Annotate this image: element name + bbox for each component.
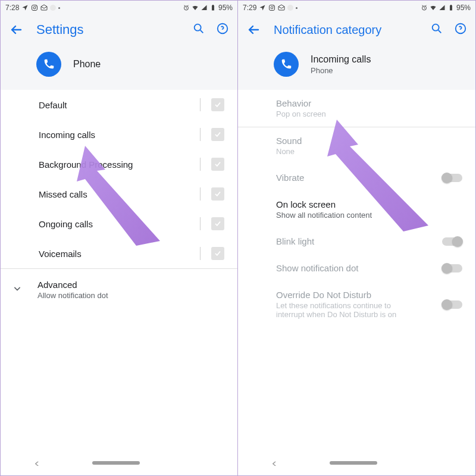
- alarm-icon: [183, 4, 190, 11]
- checkbox-icon[interactable]: [211, 247, 224, 260]
- notification-dot-icon: [50, 5, 56, 11]
- status-bar: 7:28 95%: [1, 1, 237, 15]
- setting-notification-dot[interactable]: Show notification dot: [238, 255, 475, 281]
- location-icon: [21, 4, 29, 11]
- chevron-down-icon: [11, 283, 26, 297]
- setting-lock-screen[interactable]: On lock screenShow all notification cont…: [238, 191, 475, 228]
- categories-list: Default Incoming calls Background Proces…: [1, 90, 237, 311]
- mail-icon: [40, 4, 48, 11]
- more-dot-icon: [296, 7, 298, 9]
- app-name: Phone: [73, 59, 101, 70]
- checkbox-icon[interactable]: [211, 128, 224, 141]
- svg-rect-13: [450, 5, 452, 5]
- advanced-sub: Allow notification dot: [37, 291, 108, 300]
- svg-point-9: [271, 7, 273, 9]
- settings-screen: 7:28 95% Settings: [1, 1, 238, 475]
- setting-blink-light[interactable]: Blink light: [238, 228, 475, 255]
- checkbox-icon[interactable]: [211, 98, 224, 111]
- advanced-section[interactable]: Advanced Allow notification dot: [1, 269, 237, 311]
- notification-dot-icon: [287, 5, 293, 11]
- category-default[interactable]: Default: [1, 90, 237, 120]
- wifi-icon: [192, 4, 199, 11]
- toggle-vibrate[interactable]: [442, 174, 462, 182]
- status-time: 7:28: [5, 4, 19, 12]
- svg-point-14: [433, 24, 439, 31]
- svg-point-1: [33, 7, 36, 9]
- phone-app-icon: [36, 52, 61, 77]
- phone-app-icon: [274, 52, 299, 77]
- app-bar: Settings Phone: [1, 15, 237, 90]
- more-dot-icon: [58, 7, 60, 9]
- svg-point-2: [36, 6, 36, 7]
- svg-rect-4: [212, 5, 214, 11]
- back-button[interactable]: [246, 23, 263, 37]
- svg-point-10: [273, 6, 274, 7]
- page-title: Notification category: [263, 23, 430, 37]
- toggle-blink[interactable]: [442, 237, 462, 246]
- checkbox-icon[interactable]: [211, 187, 224, 201]
- nav-home[interactable]: [330, 461, 377, 465]
- advanced-label: Advanced: [37, 280, 108, 290]
- category-incoming-calls[interactable]: Incoming calls: [1, 120, 237, 149]
- battery-icon: [447, 4, 455, 11]
- location-icon: [259, 4, 266, 11]
- nav-back[interactable]: ‹: [35, 457, 39, 469]
- battery-percent: 95%: [218, 4, 233, 12]
- wifi-icon: [430, 4, 437, 11]
- category-voicemails[interactable]: Voicemails: [1, 239, 237, 268]
- category-missed-calls[interactable]: Missed calls: [1, 179, 237, 209]
- signal-icon: [439, 4, 446, 11]
- checkbox-icon[interactable]: [211, 158, 224, 171]
- category-ongoing-calls[interactable]: Ongoing calls: [1, 209, 237, 239]
- status-time: 7:29: [243, 4, 256, 12]
- help-button[interactable]: [454, 22, 467, 37]
- signal-icon: [201, 4, 208, 11]
- svg-point-6: [195, 24, 201, 31]
- category-name: Incoming calls: [311, 54, 371, 65]
- notification-category-screen: 7:29 95% Notification category: [238, 1, 475, 475]
- status-bar: 7:29 95%: [238, 1, 475, 15]
- nav-home[interactable]: [92, 461, 140, 465]
- nav-bar: ‹ ▢: [1, 453, 237, 473]
- category-app: Phone: [311, 66, 371, 75]
- battery-icon: [209, 4, 217, 11]
- back-button[interactable]: [9, 23, 26, 37]
- instagram-icon: [31, 4, 38, 11]
- toggle-dnd[interactable]: [442, 300, 462, 309]
- checkbox-icon[interactable]: [211, 217, 224, 230]
- setting-behavior[interactable]: BehaviorPop on screen: [238, 90, 475, 127]
- settings-list: BehaviorPop on screen SoundNone Vibrate …: [238, 90, 475, 327]
- help-button[interactable]: [216, 22, 229, 37]
- page-title: Settings: [26, 22, 192, 37]
- nav-bar: ‹ ▢: [238, 453, 475, 473]
- nav-back[interactable]: ‹: [272, 457, 277, 469]
- setting-vibrate[interactable]: Vibrate: [238, 164, 475, 191]
- setting-override-dnd[interactable]: Override Do Not DisturbLet these notific…: [238, 281, 475, 327]
- category-background-processing[interactable]: Background Processing: [1, 149, 237, 179]
- search-button[interactable]: [192, 22, 205, 37]
- toggle-dot[interactable]: [442, 264, 462, 273]
- svg-rect-12: [450, 5, 452, 11]
- svg-rect-5: [212, 5, 214, 5]
- app-bar: Notification category Incoming calls Pho…: [238, 15, 475, 90]
- instagram-icon: [268, 4, 275, 11]
- search-button[interactable]: [430, 22, 443, 37]
- battery-percent: 95%: [456, 4, 471, 12]
- mail-icon: [278, 4, 285, 11]
- setting-sound[interactable]: SoundNone: [238, 127, 475, 164]
- alarm-icon: [421, 4, 428, 11]
